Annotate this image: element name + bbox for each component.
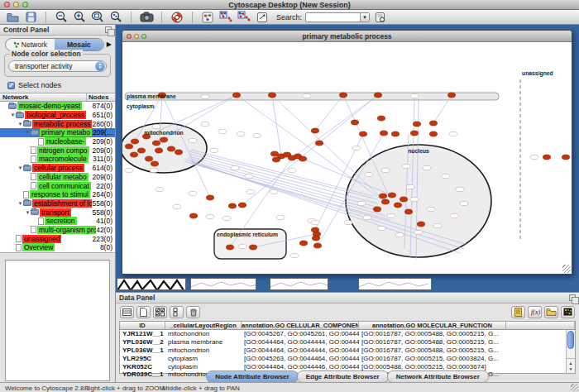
scroll-up-icon[interactable]: ▲	[569, 361, 573, 366]
vizmapper-button[interactable]	[200, 11, 215, 23]
table-column-header[interactable]: _cellularLayoutRegion	[165, 322, 242, 329]
node-highlighted[interactable]	[429, 131, 437, 136]
node-highlighted[interactable]	[315, 141, 323, 146]
edge[interactable]	[272, 95, 281, 156]
network-window-controls[interactable]	[127, 34, 146, 39]
tree-column-nodes[interactable]: Nodes	[87, 93, 115, 101]
node-highlighted[interactable]	[404, 209, 412, 214]
node-highlighted[interactable]	[388, 193, 395, 198]
node-highlighted[interactable]	[238, 203, 246, 208]
zoom-in-button[interactable]	[72, 11, 87, 23]
select-attributes-button[interactable]	[120, 306, 134, 318]
window-resize-grip[interactable]	[562, 265, 571, 273]
node-unselected[interactable]	[352, 146, 361, 150]
node-highlighted[interactable]	[413, 122, 420, 127]
node-unselected[interactable]	[189, 191, 197, 195]
function-builder-button[interactable]: f(x)	[528, 306, 542, 318]
node-highlighted[interactable]	[232, 93, 240, 98]
node-highlighted[interactable]	[391, 131, 399, 136]
node-highlighted[interactable]	[155, 148, 162, 153]
tree-expand-icon[interactable]: ▼	[25, 210, 31, 215]
advanced-search-button[interactable]	[373, 11, 388, 23]
search-input[interactable]: ▼	[305, 12, 370, 22]
node-unselected[interactable]	[156, 187, 164, 191]
import-attributes-button[interactable]	[544, 306, 558, 318]
node-unselected[interactable]	[290, 253, 299, 257]
tree-row[interactable]: multi-organism pro42(0)	[0, 226, 115, 235]
node-highlighted[interactable]	[167, 146, 175, 151]
tree-row[interactable]: ▼establishment of lo558(0)	[0, 199, 115, 208]
tree-column-network[interactable]: Network	[0, 93, 87, 101]
node-highlighted[interactable]	[226, 245, 233, 250]
tab-edge-attribute-browser[interactable]: Edge Attribute Browser	[297, 370, 389, 383]
node-unselected[interactable]	[173, 204, 181, 208]
edge[interactable]	[189, 154, 377, 203]
node-unselected[interactable]	[303, 93, 311, 98]
network-view-window[interactable]: primary metabolic process plasma membran…	[122, 30, 572, 275]
attribute-table-header[interactable]: ID_cellularLayoutRegionannotation.GO CEL…	[120, 322, 575, 330]
node-highlighted[interactable]	[228, 203, 236, 208]
node-highlighted[interactable]	[145, 156, 152, 161]
tree-expand-icon[interactable]: ▼	[17, 201, 23, 206]
node-unselected[interactable]	[344, 220, 352, 224]
select-all-attributes-button[interactable]	[153, 306, 167, 318]
table-scrollbar[interactable]: ▲▼	[566, 330, 575, 373]
node-unselected[interactable]	[223, 216, 231, 220]
node-unselected[interactable]	[423, 165, 431, 170]
network-close-button[interactable]	[127, 34, 132, 39]
node-highlighted[interactable]	[377, 116, 385, 121]
node-highlighted[interactable]	[447, 93, 455, 98]
node-unselected[interactable]	[442, 174, 450, 178]
create-attribute-button[interactable]	[136, 306, 151, 318]
node-unselected[interactable]	[237, 131, 245, 136]
node-unselected[interactable]	[152, 124, 160, 128]
node-unselected[interactable]	[530, 155, 538, 159]
tree-row[interactable]: ▼metabolic process280(0)	[0, 119, 115, 128]
node-highlighted[interactable]	[160, 137, 167, 142]
tree-row[interactable]: ▼cellular process614(0)	[0, 164, 115, 173]
node-highlighted[interactable]	[175, 150, 182, 155]
node-unselected[interactable]	[387, 213, 395, 218]
tree-row[interactable]: mosaic-demo-yeast874(0)	[0, 102, 115, 111]
tree-row[interactable]: ▼transport558(0)	[0, 208, 115, 217]
tab-node-attribute-browser[interactable]: Node Attribute Browser	[206, 370, 299, 383]
window-thumbnail[interactable]	[358, 278, 432, 290]
node-highlighted[interactable]	[400, 197, 407, 202]
search-dropdown-arrow[interactable]: ▼	[360, 13, 369, 22]
node-unselected[interactable]	[410, 93, 419, 98]
tab-network-attribute-browser[interactable]: Network Attribute Browser	[387, 370, 489, 383]
select-nodes-row[interactable]: ✓ Select nodes	[7, 81, 115, 89]
node-unselected[interactable]	[410, 197, 419, 201]
tree-row[interactable]: nitrogen compo209(0)	[0, 146, 115, 155]
node-unselected[interactable]	[460, 201, 468, 205]
table-column-header[interactable]: ID	[120, 322, 165, 329]
node-highlighted[interactable]	[562, 155, 569, 160]
node-highlighted[interactable]	[373, 207, 380, 212]
tree-row[interactable]: response to stimul264(0)	[0, 190, 115, 199]
node-unselected[interactable]	[357, 201, 366, 205]
node-unselected[interactable]	[450, 213, 458, 218]
heatmap-button[interactable]	[561, 306, 575, 318]
node-highlighted[interactable]	[311, 128, 318, 133]
delete-attribute-button[interactable]	[186, 306, 200, 318]
node-color-dropdown[interactable]: transporter activity ▲▼	[8, 60, 107, 72]
notes-button[interactable]	[511, 306, 525, 318]
network-zoom-button[interactable]	[141, 34, 146, 39]
node-unselected[interactable]	[402, 164, 410, 168]
tab-network[interactable]: Network	[6, 39, 55, 50]
snapshot-button[interactable]	[139, 11, 154, 23]
table-column-header[interactable]: annotation.GO MOLECULAR_FUNCTION	[359, 322, 506, 329]
node-unselected[interactable]	[414, 230, 423, 234]
network-window-titlebar[interactable]: primary metabolic process	[122, 31, 572, 42]
node-unselected[interactable]	[276, 215, 285, 219]
node-highlighted[interactable]	[359, 131, 366, 136]
close-button[interactable]	[4, 2, 10, 7]
tree-expand-icon[interactable]: ▼	[25, 130, 31, 135]
node-highlighted[interactable]	[131, 139, 138, 144]
node-highlighted[interactable]	[312, 236, 319, 241]
help-button[interactable]	[170, 11, 184, 23]
zoom-out-button[interactable]	[54, 11, 69, 23]
table-row[interactable]: YPL036W__1mitochondrion[GO:0044464, GO:0…	[120, 347, 575, 355]
node-unselected[interactable]	[201, 122, 209, 126]
node-highlighted[interactable]	[189, 213, 197, 218]
